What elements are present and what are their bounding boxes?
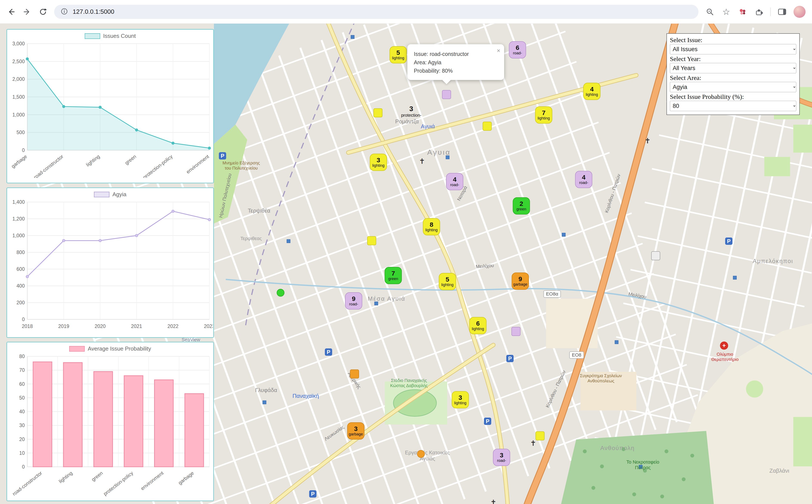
church-cross-icon: ✝ [419, 157, 425, 165]
forward-icon[interactable] [22, 7, 32, 17]
map-marker-lighting[interactable] [367, 236, 376, 245]
map-marker-lighting[interactable]: 5lighting [390, 46, 407, 63]
transit-stop-icon [562, 233, 566, 237]
transit-stop-icon [733, 276, 737, 280]
avg-probability-panel: Average Issue Probability 01020304050607… [6, 342, 214, 501]
map-marker-road-[interactable]: 9road- [345, 292, 362, 309]
issues-count-chart: 05001,0001,5002,0002,5003,000garbageroad… [8, 40, 213, 178]
extensions-puzzle-icon[interactable] [754, 7, 764, 17]
issue-select[interactable]: All Issues [670, 44, 796, 54]
filters-panel: Select Issue: All Issues Select Year: Al… [666, 33, 800, 115]
map-marker-road-[interactable]: 4road- [446, 173, 463, 190]
avg-probability-legend: Average Issue Probability [8, 345, 213, 352]
map-marker-garbage[interactable]: 3garbage [347, 422, 364, 440]
area-select[interactable]: Agyia [670, 82, 796, 92]
svg-text:2021: 2021 [131, 323, 142, 329]
marker-count: 3 [409, 105, 413, 113]
zoom-icon[interactable] [705, 7, 715, 17]
map-marker-green[interactable] [277, 289, 284, 297]
marker-issue-label: road- [497, 459, 506, 463]
transit-stop-icon [287, 239, 290, 243]
back-icon[interactable] [6, 7, 16, 17]
map-marker-lighting[interactable]: 7lighting [535, 106, 552, 124]
map-marker-green[interactable]: 7green [385, 267, 402, 284]
map-marker-lighting[interactable] [483, 122, 492, 131]
year-select[interactable]: All Years [670, 63, 796, 73]
map-marker-garbage[interactable]: 9garbage [512, 273, 529, 290]
popup-close-icon[interactable]: × [497, 46, 500, 55]
svg-text:1,400: 1,400 [12, 199, 25, 205]
svg-text:50: 50 [19, 395, 25, 401]
svg-text:200: 200 [17, 300, 25, 305]
marker-issue-label: road- [513, 51, 522, 55]
marker-issue-label: road- [579, 181, 588, 185]
area-select-label: Select Area: [670, 74, 796, 81]
map-marker-lighting[interactable]: 6lighting [469, 317, 487, 334]
agyia-trend-legend-swatch [94, 192, 109, 197]
map-marker-garbage[interactable] [350, 369, 359, 378]
map-marker-road-[interactable]: 3road- [493, 449, 510, 466]
svg-text:800: 800 [17, 250, 25, 255]
svg-text:lighting: lighting [58, 470, 73, 484]
map-marker-road[interactable] [442, 90, 451, 99]
map-marker-road-[interactable]: 6road- [509, 41, 526, 58]
svg-text:road-constructor: road-constructor [33, 153, 64, 178]
reload-icon[interactable] [38, 7, 48, 17]
svg-text:environment: environment [185, 153, 210, 175]
issue-select-label: Select Issue: [670, 36, 796, 44]
marker-count: 6 [476, 320, 480, 327]
avg-probability-legend-label: Average Issue Probability [88, 345, 151, 352]
map-marker-neutral[interactable] [651, 251, 660, 260]
map-marker-lighting[interactable]: 5lighting [439, 273, 456, 290]
hospital-icon: + [720, 342, 728, 350]
marker-issue-label: green [388, 277, 398, 281]
transit-stop-icon [446, 156, 450, 159]
probability-select[interactable]: 80 [670, 101, 796, 111]
svg-text:garbage: garbage [10, 153, 28, 169]
svg-text:2018: 2018 [22, 323, 33, 329]
map-marker-lighting[interactable]: 4lighting [583, 83, 600, 100]
parking-icon: P [309, 490, 316, 498]
transit-stop-icon [263, 401, 266, 404]
svg-text:green: green [124, 153, 137, 166]
marker-count: 3 [500, 452, 503, 459]
issues-count-legend-swatch [85, 33, 100, 39]
church-cross-icon: ✝ [490, 498, 497, 504]
bookmark-star-icon[interactable]: ☆ [721, 7, 731, 17]
marker-issue-label: lighting [425, 228, 437, 232]
svg-text:30: 30 [19, 423, 25, 428]
profile-avatar[interactable] [794, 6, 806, 18]
map-marker-garbage[interactable] [417, 450, 425, 458]
map-marker-lighting[interactable] [536, 431, 545, 440]
agyia-trend-legend: Agyia [8, 191, 213, 198]
svg-text:protection-policy: protection-policy [142, 153, 174, 178]
side-panel-icon[interactable] [777, 7, 787, 17]
url-text[interactable]: 127.0.0.1:5000 [73, 8, 114, 15]
agyia-trend-panel: Agyia 02004006008001,0001,2001,400201820… [6, 187, 214, 338]
svg-text:60: 60 [19, 381, 25, 387]
svg-text:lighting: lighting [85, 153, 101, 167]
map-marker-lighting[interactable]: 3lighting [452, 391, 469, 408]
year-select-label: Select Year: [670, 55, 796, 63]
svg-text:70: 70 [19, 367, 25, 373]
map-marker-lighting[interactable]: 8lighting [423, 218, 440, 235]
address-bar[interactable]: 127.0.0.1:5000 [54, 5, 698, 19]
church-cross-icon: ✝ [530, 439, 536, 447]
map-marker-road-[interactable]: 4road- [575, 171, 592, 188]
svg-text:1,500: 1,500 [12, 94, 25, 100]
marker-issue-label: green [516, 207, 526, 211]
map-marker-protection-[interactable]: 3protection- [401, 105, 422, 118]
extension-colored-icon[interactable] [738, 7, 748, 17]
map-marker-road[interactable] [511, 327, 520, 336]
site-info-icon[interactable] [61, 8, 68, 16]
map-marker-green[interactable]: 2green [513, 197, 530, 214]
popup-probability-line: Probability: 80% [414, 67, 498, 75]
marker-count: 4 [590, 86, 594, 93]
svg-text:1,000: 1,000 [12, 233, 25, 238]
marker-count: 5 [396, 49, 400, 56]
parking-icon: P [725, 237, 732, 245]
marker-count: 6 [516, 44, 519, 51]
map-marker-lighting[interactable]: 3lighting [370, 154, 387, 171]
svg-text:400: 400 [17, 283, 25, 289]
map-marker-lighting[interactable] [373, 108, 382, 117]
